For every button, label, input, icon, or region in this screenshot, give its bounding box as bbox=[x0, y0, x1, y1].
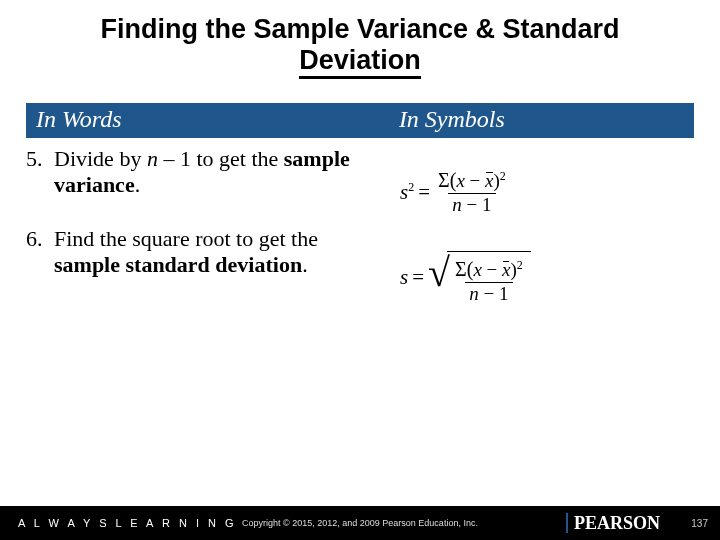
formula-lhs: s2 bbox=[400, 180, 414, 205]
title-line2: Deviation bbox=[299, 45, 421, 79]
fraction: Σ(x − x)2 n − 1 bbox=[451, 258, 527, 305]
slide: Finding the Sample Variance & Standard D… bbox=[0, 0, 720, 540]
equals-sign: = bbox=[418, 180, 430, 205]
square-root: √ Σ(x − x)2 n − 1 bbox=[428, 251, 531, 305]
var-x: x bbox=[456, 170, 464, 191]
sigma-icon: Σ( bbox=[438, 169, 456, 191]
numerator: Σ(x − x)2 bbox=[434, 169, 510, 193]
equals-sign: = bbox=[412, 265, 424, 290]
minus-one: − 1 bbox=[479, 283, 509, 304]
brand-text: PEARSON bbox=[574, 513, 660, 534]
superscript: 2 bbox=[517, 257, 523, 271]
numerator: Σ(x − x)2 bbox=[451, 258, 527, 282]
text-bold: sample standard deviation bbox=[54, 252, 302, 277]
denominator: n − 1 bbox=[448, 193, 495, 216]
column-header-band: In Words In Symbols bbox=[26, 103, 694, 138]
superscript: 2 bbox=[408, 180, 414, 194]
content-area: 5. Divide by n – 1 to get the sample var… bbox=[26, 146, 694, 320]
text-italic: n bbox=[147, 146, 158, 171]
words-column: 5. Divide by n – 1 to get the sample var… bbox=[26, 146, 400, 320]
step-5: 5. Divide by n – 1 to get the sample var… bbox=[26, 146, 400, 198]
var-n: n bbox=[469, 283, 479, 304]
footer-bar: A L W A Y S L E A R N I N G Copyright © … bbox=[0, 506, 720, 540]
minus-one: − 1 bbox=[462, 194, 492, 215]
minus-sign: − bbox=[482, 259, 502, 280]
symbols-column: s2 = Σ(x − x)2 n − 1 s = √ Σ(x − x)2 n −… bbox=[400, 146, 694, 320]
stddev-formula: s = √ Σ(x − x)2 n − 1 bbox=[400, 235, 694, 320]
text-fragment: – 1 to get the bbox=[158, 146, 284, 171]
x-bar: x bbox=[502, 260, 510, 281]
sigma-icon: Σ( bbox=[455, 258, 473, 280]
var-x: x bbox=[473, 259, 481, 280]
step-text: Divide by n – 1 to get the sample varian… bbox=[54, 146, 400, 198]
header-words: In Words bbox=[36, 106, 399, 133]
x-bar: x bbox=[485, 171, 493, 192]
logo-bar-icon bbox=[566, 513, 568, 533]
copyright-text: Copyright © 2015, 2012, and 2009 Pearson… bbox=[242, 518, 478, 528]
var-s: s bbox=[400, 265, 408, 290]
text-fragment: . bbox=[135, 172, 141, 197]
title-line1: Finding the Sample Variance & Standard bbox=[100, 14, 619, 44]
var-n: n bbox=[452, 194, 462, 215]
header-symbols: In Symbols bbox=[399, 106, 684, 133]
variance-formula: s2 = Σ(x − x)2 n − 1 bbox=[400, 150, 694, 235]
pearson-logo: PEARSON bbox=[566, 513, 660, 534]
step-number: 6. bbox=[26, 226, 54, 278]
radicand: Σ(x − x)2 n − 1 bbox=[447, 251, 531, 305]
always-learning-text: A L W A Y S L E A R N I N G bbox=[0, 517, 237, 529]
minus-sign: − bbox=[465, 170, 485, 191]
page-number: 137 bbox=[691, 518, 708, 529]
text-fragment: Find the square root to get the bbox=[54, 226, 318, 251]
step-6: 6. Find the square root to get the sampl… bbox=[26, 226, 400, 278]
fraction: Σ(x − x)2 n − 1 bbox=[434, 169, 510, 216]
superscript: 2 bbox=[500, 169, 506, 183]
slide-title: Finding the Sample Variance & Standard D… bbox=[0, 0, 720, 85]
step-text: Find the square root to get the sample s… bbox=[54, 226, 400, 278]
step-number: 5. bbox=[26, 146, 54, 198]
text-fragment: Divide by bbox=[54, 146, 147, 171]
text-fragment: . bbox=[302, 252, 308, 277]
denominator: n − 1 bbox=[465, 282, 512, 305]
